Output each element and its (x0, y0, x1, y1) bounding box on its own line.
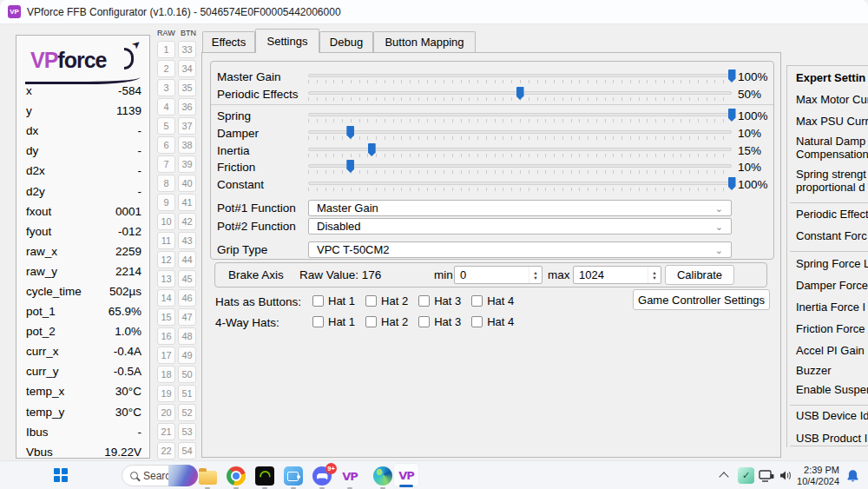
tab-settings[interactable]: Settings (255, 29, 319, 53)
search-box[interactable]: Search (122, 465, 198, 486)
btn-cell[interactable]: 49 (178, 347, 196, 364)
game-controller-settings-button[interactable]: Game Controller Settings (633, 289, 770, 310)
btn-cell[interactable]: 41 (178, 194, 196, 211)
telemetry-row: d2x- (26, 161, 141, 181)
btn-cell[interactable]: 54 (178, 442, 196, 459)
checkbox-icon[interactable] (312, 316, 324, 327)
hat-checkbox[interactable]: Hat 2 (365, 294, 408, 307)
raw-cell[interactable]: 19 (157, 385, 175, 402)
checkbox-icon[interactable] (365, 295, 377, 307)
taskbar-nvidia[interactable] (254, 466, 275, 486)
slider-track[interactable] (308, 113, 732, 116)
raw-cell[interactable]: 18 (157, 366, 175, 383)
taskbar-clock[interactable]: 2:39 PM 10/4/2024 (797, 465, 839, 487)
btn-cell[interactable]: 34 (178, 60, 196, 77)
hat-checkbox[interactable]: Hat 4 (471, 294, 514, 307)
taskbar-vpforce[interactable] (339, 466, 360, 486)
checkbox-icon[interactable] (471, 316, 483, 327)
speaker-icon[interactable] (779, 470, 792, 481)
btn-cell[interactable]: 53 (178, 423, 196, 440)
btn-cell[interactable]: 50 (178, 366, 196, 383)
tray-antivirus-icon[interactable] (738, 467, 754, 484)
slider-track[interactable] (308, 130, 732, 134)
tab-effects[interactable]: Effects (202, 31, 255, 52)
raw-cell[interactable]: 11 (157, 232, 175, 249)
taskbar-chrome[interactable] (226, 466, 247, 486)
start-button[interactable] (54, 468, 68, 482)
btn-cell[interactable]: 37 (178, 117, 196, 135)
raw-cell[interactable]: 1 (157, 41, 175, 58)
btn-cell[interactable]: 38 (178, 136, 196, 154)
window-titlebar[interactable]: VPforce FFB Configurator (v1.0.16) - 504… (0, 0, 868, 24)
btn-cell[interactable]: 39 (178, 155, 196, 173)
taskbar-discord[interactable]: 9+ (312, 466, 332, 486)
raw-cell[interactable]: 2 (157, 60, 175, 77)
btn-cell[interactable]: 42 (178, 213, 196, 230)
raw-cell[interactable]: 6 (157, 136, 175, 154)
btn-cell[interactable]: 47 (178, 308, 196, 326)
btn-cell[interactable]: 33 (178, 41, 196, 58)
btn-cell[interactable]: 51 (178, 385, 196, 402)
telemetry-row: raw_x2259 (26, 241, 141, 261)
btn-cell[interactable]: 48 (178, 327, 196, 345)
raw-cell[interactable]: 17 (157, 347, 175, 364)
hat-checkbox[interactable]: Hat 1 (312, 315, 355, 328)
checkbox-icon[interactable] (418, 295, 430, 307)
pot1-function-dropdown[interactable]: Master Gain (308, 200, 732, 216)
raw-cell[interactable]: 15 (157, 308, 175, 326)
btn-cell[interactable]: 36 (178, 98, 196, 116)
checkbox-icon[interactable] (471, 295, 483, 307)
hat-checkbox[interactable]: Hat 3 (418, 294, 461, 307)
tab-debug[interactable]: Debug (319, 31, 373, 52)
btn-cell[interactable]: 44 (178, 251, 196, 268)
spinner-arrows-icon[interactable] (529, 267, 542, 283)
pot2-function-dropdown[interactable]: Disabled (308, 218, 732, 235)
raw-cell[interactable]: 9 (157, 194, 175, 211)
telemetry-row: d2y- (26, 181, 141, 201)
raw-cell[interactable]: 8 (157, 175, 175, 192)
raw-cell[interactable]: 3 (157, 79, 175, 96)
raw-cell[interactable]: 4 (157, 98, 175, 116)
weather-widget-image[interactable] (168, 465, 198, 486)
raw-cell[interactable]: 13 (157, 270, 175, 287)
raw-cell[interactable]: 7 (157, 155, 175, 173)
raw-cell[interactable]: 21 (157, 423, 175, 440)
calibrate-button[interactable]: Calibrate (665, 265, 734, 285)
btn-cell[interactable]: 45 (178, 270, 196, 287)
taskbar-edge[interactable] (372, 466, 393, 486)
raw-cell[interactable]: 20 (157, 404, 175, 421)
taskbar-screen-cast[interactable] (283, 466, 304, 486)
raw-cell[interactable]: 22 (157, 442, 175, 459)
btn-cell[interactable]: 40 (178, 175, 196, 192)
hat-checkbox[interactable]: Hat 4 (471, 315, 514, 328)
raw-cell[interactable]: 5 (157, 117, 175, 135)
brake-min-spinner[interactable]: 0 (454, 266, 542, 284)
slider-track[interactable] (308, 74, 732, 77)
spinner-arrows-icon[interactable] (648, 267, 661, 283)
hat-checkbox[interactable]: Hat 1 (312, 294, 355, 307)
slider-track[interactable] (308, 182, 732, 185)
hat-checkbox[interactable]: Hat 3 (418, 315, 461, 328)
notification-bell-icon[interactable] (846, 469, 859, 483)
checkbox-icon[interactable] (312, 295, 324, 307)
checkbox-icon[interactable] (418, 316, 430, 327)
btn-cell[interactable]: 52 (178, 404, 196, 421)
grip-type-dropdown[interactable]: VPC T-50CM2 (308, 241, 732, 258)
expert-item: Natural Damp (796, 135, 865, 148)
raw-cell[interactable]: 16 (157, 327, 175, 345)
taskbar-file-explorer[interactable] (197, 466, 218, 486)
checkbox-icon[interactable] (365, 316, 377, 327)
btn-cell[interactable]: 46 (178, 289, 196, 307)
hat-checkbox[interactable]: Hat 2 (365, 315, 408, 328)
tab-button-mapping[interactable]: Button Mapping (373, 31, 476, 52)
tray-chevron-up-icon[interactable] (719, 472, 728, 481)
raw-cell[interactable]: 12 (157, 251, 175, 268)
slider-track[interactable] (308, 164, 732, 168)
taskbar-vpforce-active[interactable] (393, 463, 419, 487)
raw-cell[interactable]: 10 (157, 213, 175, 230)
brake-max-spinner[interactable]: 1024 (573, 266, 661, 284)
btn-cell[interactable]: 35 (178, 79, 196, 96)
btn-cell[interactable]: 43 (178, 232, 196, 249)
raw-cell[interactable]: 14 (157, 289, 175, 307)
network-icon[interactable] (759, 470, 774, 482)
